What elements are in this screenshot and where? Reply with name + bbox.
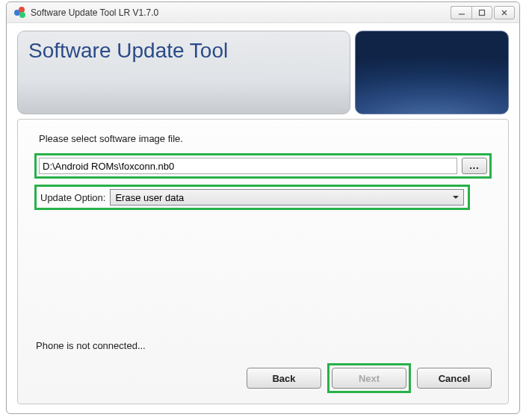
status-text: Phone is not connected... (36, 340, 492, 351)
button-row: Back Next Cancel (34, 363, 492, 393)
minimize-icon (458, 9, 465, 16)
update-option-select[interactable]: Erase user data (110, 189, 464, 206)
back-button[interactable]: Back (247, 368, 321, 389)
svg-rect-1 (480, 10, 485, 15)
app-icon (14, 7, 26, 19)
close-icon (501, 9, 508, 16)
next-button-highlight: Next (327, 363, 411, 393)
app-window: Software Update Tool LR V1.7.0 Software … (6, 1, 520, 414)
next-button[interactable]: Next (332, 368, 406, 389)
header-panel: Software Update Tool (17, 31, 350, 114)
update-option-label: Update Option: (40, 192, 105, 203)
window-controls (451, 6, 515, 19)
browse-button[interactable]: ... (462, 158, 487, 174)
instruction-text: Please select software image file. (39, 133, 492, 144)
cancel-button[interactable]: Cancel (417, 368, 492, 389)
option-row-highlight: Update Option: Erase user data (34, 185, 470, 210)
maximize-button[interactable] (471, 6, 492, 19)
content-panel: Please select software image file. ... U… (17, 119, 509, 404)
minimize-button[interactable] (451, 6, 471, 19)
close-button[interactable] (494, 6, 515, 19)
image-file-input[interactable] (39, 158, 457, 174)
update-option-value: Erase user data (115, 192, 184, 203)
header-area: Software Update Tool (17, 31, 509, 114)
titlebar: Software Update Tool LR V1.7.0 (7, 2, 519, 23)
file-row-highlight: ... (34, 153, 492, 179)
header-graphic (355, 31, 509, 114)
maximize-icon (478, 9, 486, 16)
window-title: Software Update Tool LR V1.7.0 (31, 7, 451, 18)
page-title: Software Update Tool (28, 39, 228, 63)
